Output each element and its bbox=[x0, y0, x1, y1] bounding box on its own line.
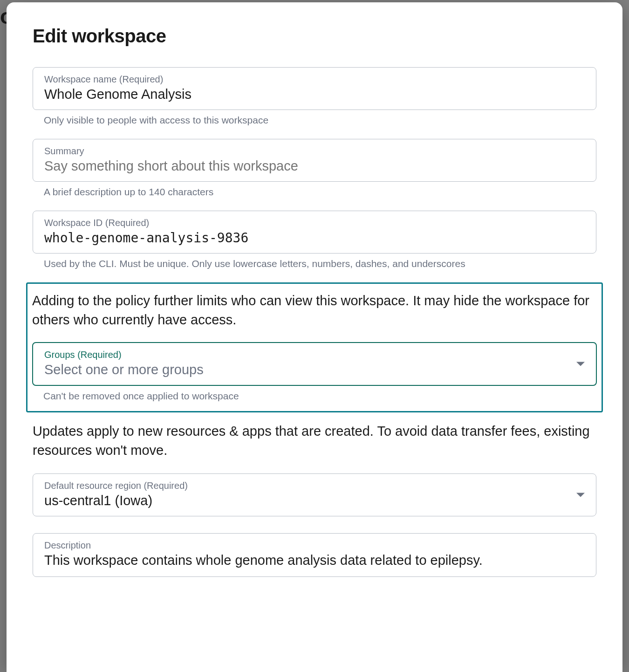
workspace-name-helper: Only visible to people with access to th… bbox=[44, 115, 596, 126]
modal-title: Edit workspace bbox=[33, 26, 596, 47]
summary-label: Summary bbox=[44, 146, 585, 157]
edit-workspace-modal: Edit workspace Workspace name (Required)… bbox=[7, 2, 622, 672]
workspace-name-label: Workspace name (Required) bbox=[44, 74, 585, 85]
groups-helper: Can't be removed once applied to workspa… bbox=[43, 391, 597, 402]
description-label: Description bbox=[44, 540, 585, 551]
workspace-name-input[interactable] bbox=[44, 87, 585, 102]
chevron-down-icon bbox=[576, 362, 585, 366]
region-select-value: us-central1 (Iowa) bbox=[44, 493, 585, 508]
workspace-id-helper: Used by the CLI. Must be unique. Only us… bbox=[44, 258, 596, 269]
groups-highlight-box: Adding to the policy further limits who … bbox=[26, 282, 603, 412]
summary-input[interactable] bbox=[44, 158, 585, 174]
summary-field[interactable]: Summary bbox=[33, 139, 596, 182]
workspace-id-field[interactable]: Workspace ID (Required) bbox=[33, 211, 596, 254]
workspace-id-input[interactable] bbox=[44, 230, 585, 246]
region-select-label: Default resource region (Required) bbox=[44, 480, 585, 491]
groups-select[interactable]: Groups (Required) Select one or more gro… bbox=[32, 342, 597, 386]
workspace-name-field[interactable]: Workspace name (Required) bbox=[33, 67, 596, 110]
chevron-down-icon bbox=[576, 493, 585, 497]
groups-select-label: Groups (Required) bbox=[44, 350, 585, 360]
description-field[interactable]: Description This workspace contains whol… bbox=[33, 533, 596, 577]
region-select[interactable]: Default resource region (Required) us-ce… bbox=[33, 473, 596, 516]
workspace-id-label: Workspace ID (Required) bbox=[44, 218, 585, 228]
summary-helper: A brief description up to 140 characters bbox=[44, 186, 596, 198]
description-value[interactable]: This workspace contains whole genome ana… bbox=[44, 553, 585, 568]
region-info-text: Updates apply to new resources & apps th… bbox=[33, 422, 596, 459]
groups-select-placeholder: Select one or more groups bbox=[44, 362, 585, 377]
groups-info-text: Adding to the policy further limits who … bbox=[32, 291, 597, 329]
